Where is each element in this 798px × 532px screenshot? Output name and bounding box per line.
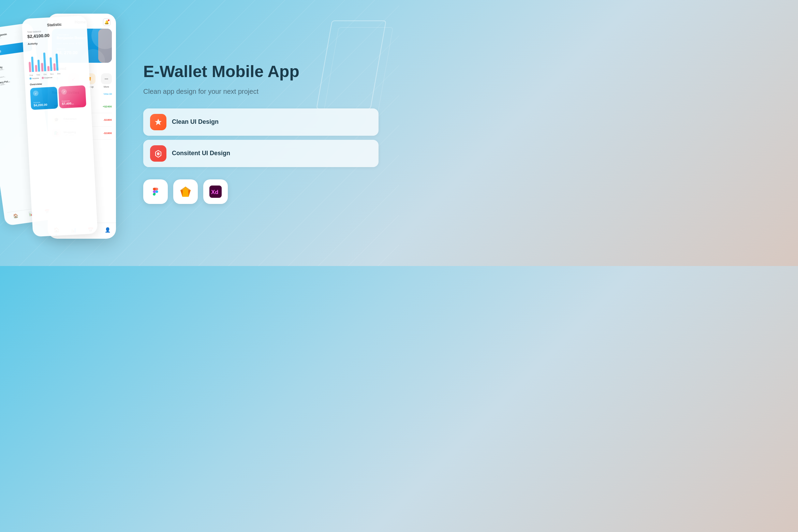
legend-income: Income [32,77,39,79]
legend-expense: Expense [44,76,53,79]
sketch-tool [173,179,198,204]
app-subtitle: Clean app design for your next project [143,87,379,96]
more-label: More [104,86,109,88]
more-icon: ••• [101,73,112,84]
security-sub: Your passwo... [0,68,4,71]
income-ov-icon: ↙ [33,90,39,96]
notification-dot [108,19,109,21]
phone-statistic: Statistic Total balance $2,4100.00 Activ… [21,15,98,237]
svg-marker-3 [157,152,160,156]
activity-label: Activity [28,40,83,45]
activity-chart [28,45,84,72]
phones-section: Benjamin UI De... Income $4,200.00 Gener… [0,0,123,266]
feature-cards: Clean UI Design Consitent UI Design [143,108,379,167]
overview-cards: ↙ Income $4,200.00 ↗ Expense $7,400... [30,85,86,110]
feature-clean-ui: Clean UI Design [143,108,379,136]
topup-act-amount: +$2400 [103,105,112,108]
edu-act-amount: -$1800 [103,118,112,121]
consistent-ui-label: Consitent UI Design [172,150,230,157]
tools-row: Xd [143,179,379,204]
notification-button[interactable]: 🔔 [103,18,110,26]
month-nov: Nov [50,73,54,75]
xd-tool: Xd [203,179,228,204]
help-sub: Need more h... [0,75,6,79]
svg-text:Xd: Xd [211,189,218,195]
expense-ov-icon: ↗ [61,89,67,95]
income-ov-amount: $4,200.00 [33,103,55,107]
expense-ov-amount: $7,400... [62,101,83,105]
right-section: E-Wallet Mobile App Clean app design for… [123,0,399,266]
month-aug: Aug [29,74,33,76]
feature-consistent-ui: Consitent UI Design [143,140,379,167]
overview-label: Overview [30,80,85,86]
clean-ui-icon [150,114,166,130]
view-all-button[interactable]: View All [104,93,112,95]
stat-title: Statistic [27,21,82,28]
month-sep: Sep [36,74,40,76]
month-oct: Oct [43,73,47,75]
month-dec: Dec [57,73,61,75]
app-title: E-Wallet Mobile App [143,62,379,81]
nav-profile[interactable]: 👤 [103,226,112,234]
shop-act-amount: -$1800 [103,132,112,135]
more-button[interactable]: ••• More [101,73,112,88]
clean-ui-label: Clean UI Design [172,118,219,125]
card-circle-1 [91,29,112,49]
consistent-ui-icon [150,145,166,162]
figma-tool [143,179,168,204]
